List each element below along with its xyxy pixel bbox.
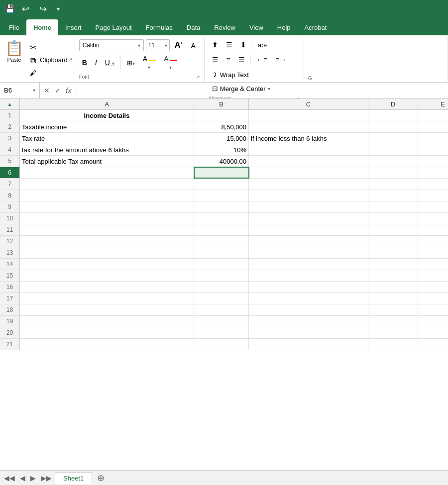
sheet-nav-prev[interactable]: ◀: [18, 473, 27, 483]
save-icon[interactable]: 💾: [5, 4, 15, 13]
paste-button[interactable]: 📋 Paste: [2, 37, 26, 82]
cell-c11[interactable]: [249, 224, 368, 235]
cell-e21[interactable]: [418, 339, 448, 350]
align-center-button[interactable]: ≡: [223, 54, 234, 66]
undo-button[interactable]: ↩: [19, 2, 32, 15]
cell-b8[interactable]: [194, 190, 249, 201]
decrease-indent-button[interactable]: ←≡: [253, 54, 271, 66]
cell-b16[interactable]: [194, 282, 249, 292]
tab-formulas[interactable]: Formulas: [139, 19, 180, 35]
tab-insert[interactable]: Insert: [58, 19, 89, 35]
col-header-a[interactable]: A: [20, 98, 194, 109]
align-bottom-button[interactable]: ⬆: [237, 39, 250, 51]
sheet-nav-last[interactable]: ▶▶: [39, 473, 54, 483]
cell-b4[interactable]: 10%: [194, 144, 249, 155]
underline-button[interactable]: U ▾: [102, 57, 117, 68]
cell-c1[interactable]: [249, 110, 368, 121]
cell-d20[interactable]: [368, 327, 418, 338]
tab-review[interactable]: Review: [207, 19, 242, 35]
cell-c15[interactable]: [249, 270, 368, 281]
cell-a6[interactable]: [20, 167, 194, 178]
cell-c20[interactable]: [249, 327, 368, 338]
cell-a3[interactable]: Tax rate: [20, 133, 194, 144]
cell-d1[interactable]: [368, 110, 418, 121]
wrap-text-button[interactable]: ⤸ Wrap Text: [209, 69, 252, 81]
cell-c7[interactable]: [249, 179, 368, 190]
cut-button[interactable]: ✂: [27, 41, 39, 54]
cell-e15[interactable]: [418, 270, 448, 281]
cell-b3[interactable]: 15,000: [194, 133, 249, 144]
col-header-c[interactable]: C: [249, 98, 368, 109]
cell-a17[interactable]: [20, 293, 194, 304]
font-size-selector[interactable]: 11 ▾: [146, 39, 170, 51]
cell-c21[interactable]: [249, 339, 368, 350]
cell-c13[interactable]: [249, 247, 368, 258]
cell-e7[interactable]: [418, 179, 448, 190]
cell-d12[interactable]: [368, 236, 418, 247]
orientation-button[interactable]: ab▾: [254, 39, 271, 51]
cell-b2[interactable]: 8,50,000: [194, 121, 249, 132]
cell-d3[interactable]: [368, 133, 418, 144]
cell-a4[interactable]: tax rate for the amount above 6 lakhs: [20, 144, 194, 155]
cell-a19[interactable]: [20, 316, 194, 327]
cell-c10[interactable]: [249, 213, 368, 224]
tab-help[interactable]: Help: [270, 19, 298, 35]
cell-c5[interactable]: [249, 156, 368, 167]
cell-b21[interactable]: [194, 339, 249, 350]
cell-d19[interactable]: [368, 316, 418, 327]
cell-a5[interactable]: Total applicable Tax amount: [20, 156, 194, 167]
tab-acrobat[interactable]: Acrobat: [298, 19, 334, 35]
cell-b15[interactable]: [194, 270, 249, 281]
copy-button[interactable]: ⧉: [27, 55, 39, 67]
tab-data[interactable]: Data: [180, 19, 207, 35]
cell-e1[interactable]: [418, 110, 448, 121]
cell-e14[interactable]: [418, 259, 448, 270]
cell-e11[interactable]: [418, 224, 448, 235]
quick-access-customize[interactable]: ▾: [54, 4, 63, 13]
cell-b9[interactable]: [194, 201, 249, 212]
cell-a13[interactable]: [20, 247, 194, 258]
border-button[interactable]: ⊞▾: [124, 58, 138, 68]
increase-indent-button[interactable]: ≡→: [272, 54, 290, 66]
cell-d5[interactable]: [368, 156, 418, 167]
cell-d17[interactable]: [368, 293, 418, 304]
tab-page-layout[interactable]: Page Layout: [89, 19, 139, 35]
col-header-b[interactable]: B: [194, 98, 249, 109]
cell-e5[interactable]: [418, 156, 448, 167]
sheet-tab-sheet1[interactable]: Sheet1: [55, 472, 92, 484]
cell-e17[interactable]: [418, 293, 448, 304]
font-name-selector[interactable]: Calibri ▾: [79, 39, 144, 51]
cell-d11[interactable]: [368, 224, 418, 235]
cell-b6[interactable]: [194, 167, 249, 178]
cell-d9[interactable]: [368, 201, 418, 212]
clipboard-expand-icon[interactable]: ↗: [69, 57, 73, 62]
cell-b17[interactable]: [194, 293, 249, 304]
bold-button[interactable]: B: [79, 57, 90, 68]
cell-a11[interactable]: [20, 224, 194, 235]
font-color-button[interactable]: A ▾: [161, 53, 180, 72]
cell-d18[interactable]: [368, 304, 418, 315]
cell-a20[interactable]: [20, 327, 194, 338]
align-middle-button[interactable]: ☰: [223, 39, 236, 51]
cell-b11[interactable]: [194, 224, 249, 235]
cell-b7[interactable]: [194, 179, 249, 190]
cell-a9[interactable]: [20, 201, 194, 212]
formula-enter-button[interactable]: ✓: [53, 86, 63, 96]
cell-d4[interactable]: [368, 144, 418, 155]
cell-e13[interactable]: [418, 247, 448, 258]
col-header-d[interactable]: D: [368, 98, 418, 109]
cell-d2[interactable]: [368, 121, 418, 132]
tab-view[interactable]: View: [242, 19, 270, 35]
cell-b13[interactable]: [194, 247, 249, 258]
formula-cancel-button[interactable]: ✕: [42, 86, 52, 96]
cell-d8[interactable]: [368, 190, 418, 201]
cell-c17[interactable]: [249, 293, 368, 304]
select-all-indicator[interactable]: ▲: [7, 101, 12, 107]
cell-b19[interactable]: [194, 316, 249, 327]
fill-color-button[interactable]: A ▾: [140, 53, 159, 72]
cell-b18[interactable]: [194, 304, 249, 315]
cell-b12[interactable]: [194, 236, 249, 247]
redo-button[interactable]: ↪: [36, 2, 50, 15]
italic-button[interactable]: I: [92, 57, 100, 68]
add-sheet-button[interactable]: ⊕: [93, 472, 109, 485]
